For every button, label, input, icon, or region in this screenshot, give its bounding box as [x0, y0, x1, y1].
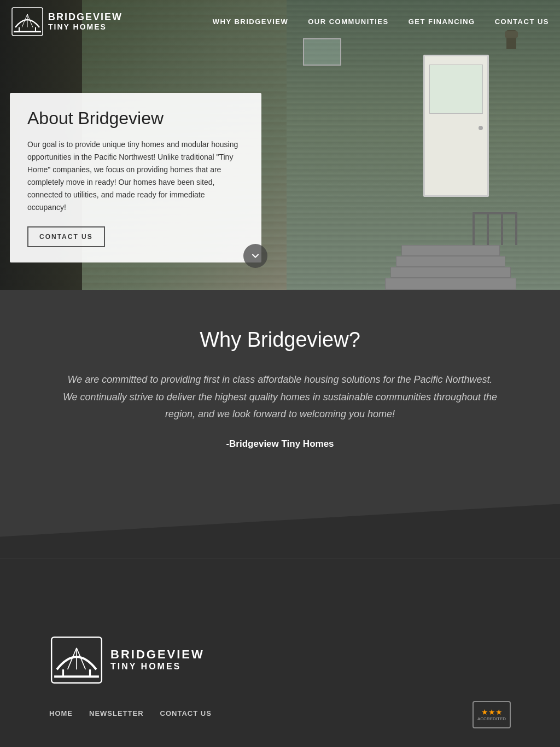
railing	[472, 212, 517, 245]
chevron-down-icon	[250, 250, 261, 261]
footer-logo-bottom: TINY HOMES	[110, 662, 205, 672]
footer-nav: HOME NEWSLETTER CONTACT US	[49, 709, 212, 717]
door-handle	[479, 126, 483, 130]
why-section: Why Bridgeview? We are committed to prov…	[0, 290, 560, 493]
footer-bottom: HOME NEWSLETTER CONTACT US ★★★ ACCREDITE…	[44, 701, 516, 728]
nav-our-communities[interactable]: OUR COMMUNITIES	[308, 17, 388, 26]
logo-text-top: BRIDGEVIEW	[48, 12, 122, 23]
step-1	[401, 245, 500, 256]
nav-links: WHY BRIDGEVIEW OUR COMMUNITIES GET FINAN…	[213, 17, 549, 26]
dark-spacer	[0, 559, 560, 603]
footer-home-link[interactable]: HOME	[49, 709, 73, 717]
logo-icon	[11, 7, 44, 37]
accredited-label: ACCREDITED	[477, 716, 506, 722]
why-quote: We are committed to providing first in c…	[61, 371, 499, 423]
footer-logo-icon	[49, 635, 104, 685]
about-card: About Bridgeview Our goal is to provide …	[10, 93, 261, 262]
navbar: BRIDGEVIEW TINY HOMES WHY BRIDGEVIEW OUR…	[0, 0, 560, 43]
post-1	[472, 212, 475, 245]
step-4	[385, 278, 516, 290]
post-4	[515, 212, 517, 245]
footer-contact-link[interactable]: CONTACT US	[160, 709, 212, 717]
about-desc: Our goal is to provide unique tiny homes…	[27, 138, 244, 214]
door	[423, 55, 489, 197]
section-divider	[0, 493, 560, 559]
accredited-badge: ★★★ ACCREDITED	[472, 701, 511, 728]
logo-text-bottom: TINY HOMES	[48, 23, 122, 31]
railing-top	[472, 212, 517, 214]
footer-logo-top: BRIDGEVIEW	[110, 648, 205, 661]
nav-contact-us[interactable]: CONTACT US	[495, 17, 549, 26]
building-facade	[287, 0, 560, 290]
footer-logo-text: BRIDGEVIEW TINY HOMES	[110, 648, 205, 671]
nav-why-bridgeview[interactable]: WHY BRIDGEVIEW	[213, 17, 289, 26]
step-3	[390, 267, 511, 278]
why-attribution: -Bridgeview Tiny Homes	[44, 439, 516, 450]
footer-newsletter-link[interactable]: NEWSLETTER	[89, 709, 144, 717]
hero-contact-button[interactable]: CONTACT US	[27, 226, 105, 247]
nav-get-financing[interactable]: GET FINANCING	[409, 17, 475, 26]
steps	[401, 245, 516, 290]
about-title: About Bridgeview	[27, 108, 244, 129]
logo[interactable]: BRIDGEVIEW TINY HOMES	[11, 7, 122, 37]
step-2	[396, 256, 505, 267]
post-2	[487, 212, 489, 245]
scroll-down-button[interactable]	[243, 244, 267, 268]
footer-logo[interactable]: BRIDGEVIEW TINY HOMES	[49, 635, 205, 685]
footer: BRIDGEVIEW TINY HOMES HOME NEWSLETTER CO…	[0, 603, 560, 748]
hero-section: About Bridgeview Our goal is to provide …	[0, 0, 560, 290]
accredited-stars: ★★★	[481, 708, 503, 716]
door-window	[429, 65, 483, 114]
why-title: Why Bridgeview?	[44, 328, 516, 352]
post-3	[501, 212, 503, 245]
